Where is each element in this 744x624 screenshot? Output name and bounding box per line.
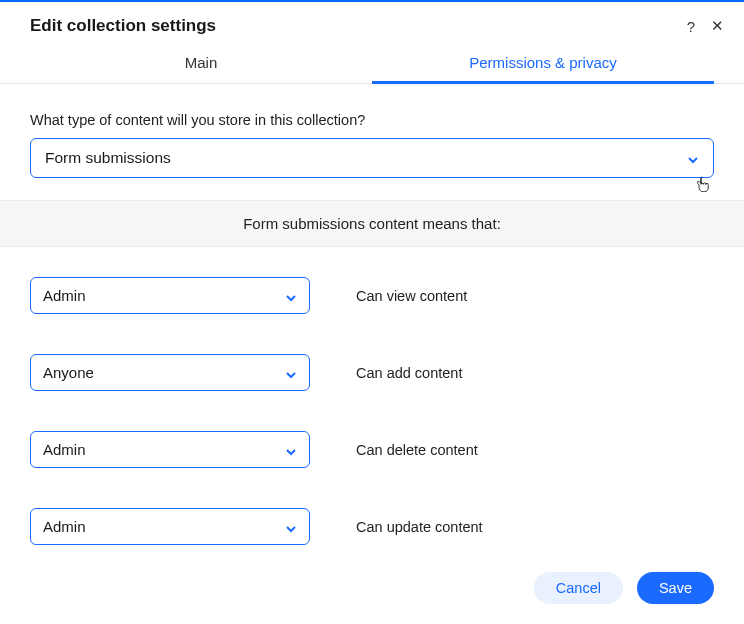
chevron-down-icon [285, 290, 297, 302]
chevron-down-icon [285, 367, 297, 379]
permission-row-add: Anyone Can add content [30, 354, 714, 391]
tabs: Main Permissions & privacy [0, 44, 744, 84]
cancel-button[interactable]: Cancel [534, 572, 623, 604]
info-band: Form submissions content means that: [0, 200, 744, 247]
role-dropdown-add[interactable]: Anyone [30, 354, 310, 391]
chevron-down-icon [285, 444, 297, 456]
permission-label: Can add content [356, 365, 462, 381]
role-dropdown-view[interactable]: Admin [30, 277, 310, 314]
role-value: Admin [43, 518, 86, 535]
permission-label: Can delete content [356, 442, 478, 458]
role-value: Admin [43, 287, 86, 304]
tab-permissions[interactable]: Permissions & privacy [372, 44, 714, 83]
role-dropdown-update[interactable]: Admin [30, 508, 310, 545]
save-button[interactable]: Save [637, 572, 714, 604]
tab-main[interactable]: Main [30, 44, 372, 83]
permission-row-delete: Admin Can delete content [30, 431, 714, 468]
modal-footer: Cancel Save [0, 556, 744, 624]
content-type-dropdown[interactable]: Form submissions [30, 138, 714, 178]
role-value: Anyone [43, 364, 94, 381]
permission-row-view: Admin Can view content [30, 277, 714, 314]
modal-title: Edit collection settings [30, 16, 687, 36]
permission-rows: Admin Can view content Anyone Can add co… [30, 247, 714, 545]
modal-header: Edit collection settings ? ✕ [0, 2, 744, 44]
modal-body: What type of content will you store in t… [0, 84, 744, 545]
permission-label: Can view content [356, 288, 467, 304]
chevron-down-icon [687, 152, 699, 164]
help-icon[interactable]: ? [687, 18, 695, 35]
header-icons: ? ✕ [687, 17, 724, 35]
permission-label: Can update content [356, 519, 483, 535]
content-type-label: What type of content will you store in t… [30, 112, 714, 128]
role-value: Admin [43, 441, 86, 458]
close-icon[interactable]: ✕ [711, 17, 724, 35]
role-dropdown-delete[interactable]: Admin [30, 431, 310, 468]
content-type-value: Form submissions [45, 149, 171, 167]
permission-row-update: Admin Can update content [30, 508, 714, 545]
chevron-down-icon [285, 521, 297, 533]
collection-settings-modal: Edit collection settings ? ✕ Main Permis… [0, 0, 744, 624]
